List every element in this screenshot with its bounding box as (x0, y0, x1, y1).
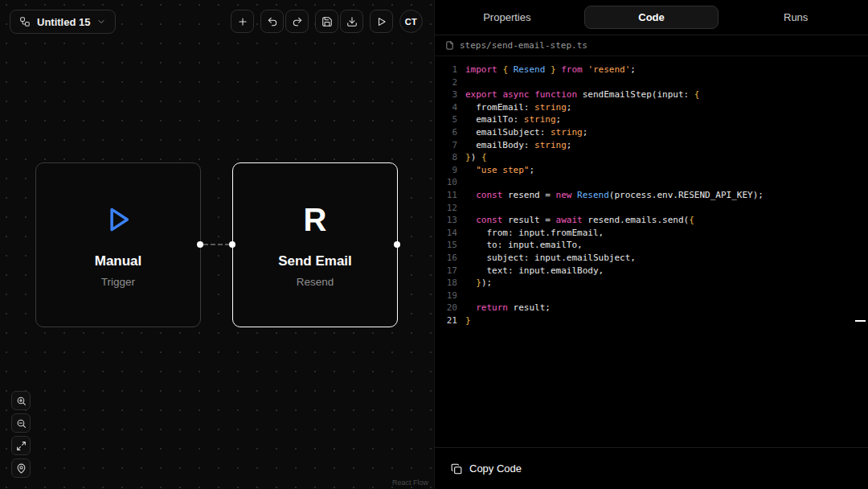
line-text: return result; (457, 302, 551, 314)
pin-icon (16, 463, 27, 474)
line-text: emailBody: string; (457, 139, 571, 152)
node-manual-trigger[interactable]: Manual Trigger (35, 162, 201, 327)
canvas-controls (11, 391, 31, 478)
line-number: 18 (435, 277, 457, 290)
node-title: Send Email (278, 253, 352, 269)
line-number: 7 (435, 139, 457, 152)
zoom-out-button[interactable] (11, 413, 31, 433)
avatar-button[interactable]: CT (399, 10, 423, 33)
code-line: 13 const result = await resend.emails.se… (435, 214, 868, 227)
code-line: 5 emailTo: string; (435, 113, 868, 126)
line-text: emailSubject: string; (457, 126, 588, 139)
download-icon (346, 16, 358, 27)
plus-icon (237, 16, 248, 27)
save-button[interactable] (315, 10, 338, 33)
copy-icon (451, 463, 462, 475)
code-line: 16 subject: input.emailSubject, (435, 252, 868, 265)
workflow-name: Untitled 15 (37, 16, 90, 28)
node-icon-wrap (101, 202, 135, 237)
handle-source-manual[interactable] (197, 241, 203, 248)
file-icon (445, 41, 454, 50)
copy-code-button[interactable]: Copy Code (451, 462, 522, 475)
node-icon-wrap: R (304, 202, 327, 237)
line-text: subject: input.emailSubject, (457, 252, 636, 265)
react-flow-attribution[interactable]: React Flow (392, 479, 428, 487)
panel-tabs: PropertiesCodeRuns (435, 0, 868, 35)
edge-manual-to-send-email[interactable] (203, 244, 230, 245)
line-number: 16 (435, 252, 457, 265)
code-line: 19 (435, 290, 868, 302)
fit-view-button[interactable] (11, 436, 31, 455)
line-number: 14 (435, 227, 457, 240)
line-number: 21 (435, 314, 457, 327)
line-number: 13 (435, 214, 457, 227)
code-line: 3export async function sendEmailStep(inp… (435, 88, 868, 101)
line-number: 11 (435, 189, 457, 202)
line-text: }) { (457, 151, 487, 164)
manual-play-icon (101, 203, 135, 236)
zoom-in-button[interactable] (11, 391, 31, 410)
tab-label: Code (584, 6, 719, 29)
line-text: text: input.emailBody, (457, 265, 604, 277)
panel-footer: Copy Code (435, 447, 868, 489)
line-number: 3 (435, 88, 457, 101)
code-line: 4 fromEmail: string; (435, 101, 868, 114)
line-text: emailTo: string; (457, 113, 561, 126)
code-line: 21} (435, 314, 868, 327)
pin-button[interactable] (11, 458, 31, 478)
line-text: } (457, 314, 471, 327)
tab-code[interactable]: Code (579, 0, 724, 35)
line-number: 15 (435, 239, 457, 252)
line-number: 10 (435, 176, 457, 189)
line-number: 8 (435, 151, 457, 164)
code-line: 14 from: input.fromEmail, (435, 227, 868, 240)
handle-target-send-email[interactable] (229, 241, 235, 248)
code-editor[interactable]: 1import { Resend } from 'resend';23expor… (435, 56, 868, 447)
resend-logo: R (304, 202, 327, 237)
fit-view-icon (16, 441, 27, 451)
line-number: 20 (435, 302, 457, 314)
code-line: 17 text: input.emailBody, (435, 265, 868, 277)
tab-label: Runs (728, 6, 863, 29)
code-line: 12 (435, 202, 868, 215)
node-send-email[interactable]: R Send Email Resend (232, 162, 398, 327)
line-number: 1 (435, 64, 457, 76)
add-node-button[interactable] (231, 10, 254, 33)
app: Untitled 15 (0, 0, 868, 489)
line-text: from: input.fromEmail, (457, 227, 604, 240)
workflow-selector[interactable]: Untitled 15 (10, 10, 116, 34)
save-icon (321, 16, 333, 27)
line-number: 9 (435, 164, 457, 177)
download-button[interactable] (340, 10, 363, 33)
code-line: 11 const resend = new Resend(process.env… (435, 189, 868, 202)
line-text (457, 176, 465, 189)
chevron-down-icon (96, 17, 106, 27)
redo-button[interactable] (285, 10, 309, 33)
code-line: 1import { Resend } from 'resend'; (435, 64, 868, 76)
node-subtitle: Trigger (101, 276, 135, 289)
copy-code-label: Copy Code (469, 462, 522, 475)
line-number: 5 (435, 113, 457, 126)
tab-runs[interactable]: Runs (723, 0, 868, 35)
line-number: 2 (435, 76, 457, 89)
code-line: 7 emailBody: string; (435, 139, 868, 152)
tab-properties[interactable]: Properties (435, 0, 579, 35)
line-text (457, 76, 465, 89)
flow-canvas[interactable]: Untitled 15 (0, 0, 434, 489)
line-number: 6 (435, 126, 457, 139)
line-text: const result = await resend.emails.send(… (457, 214, 694, 227)
workflow-icon (19, 16, 31, 27)
code-lines: 1import { Resend } from 'resend';23expor… (435, 64, 868, 327)
text-cursor (855, 320, 866, 322)
right-panel: PropertiesCodeRuns steps/send-email-step… (434, 0, 868, 489)
node-title: Manual (95, 253, 142, 269)
line-number: 19 (435, 290, 457, 302)
undo-button[interactable] (260, 10, 284, 33)
handle-source-send-email[interactable] (394, 241, 400, 248)
line-text: to: input.emailTo, (457, 239, 583, 252)
file-actions-group (315, 10, 363, 33)
code-line: 2 (435, 76, 868, 89)
code-line: 18 }); (435, 277, 868, 290)
run-workflow-button[interactable] (370, 10, 393, 33)
line-text: }); (457, 277, 492, 290)
